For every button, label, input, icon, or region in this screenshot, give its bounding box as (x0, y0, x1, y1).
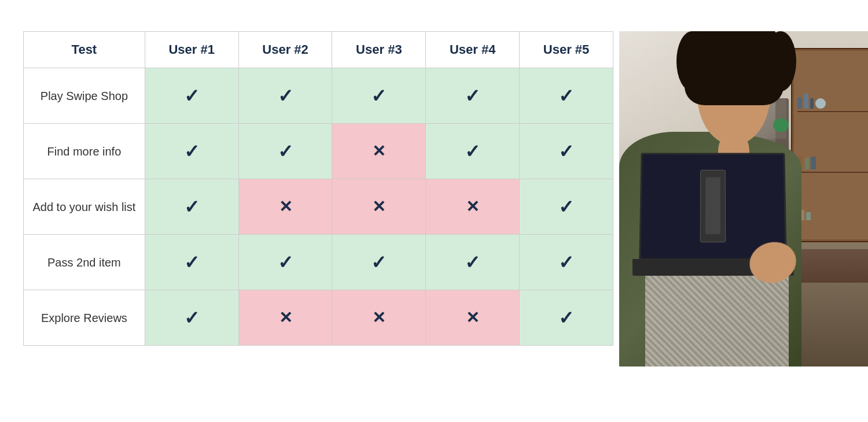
pass-cell: ✓ (520, 179, 613, 235)
check-icon: ✓ (184, 252, 200, 273)
results-table: Test User #1 User #2 User #3 User #4 Use… (23, 31, 613, 346)
check-icon: ✓ (278, 141, 293, 162)
cross-icon: ✕ (279, 309, 292, 327)
check-icon: ✓ (184, 197, 200, 217)
check-icon: ✓ (278, 252, 293, 273)
table-row: Add to your wish list✓✕✕✕✓ (24, 179, 613, 235)
cross-icon: ✕ (466, 309, 479, 327)
check-icon: ✓ (558, 308, 574, 328)
check-icon: ✓ (278, 86, 293, 106)
test-name-cell: Explore Reviews (24, 290, 145, 346)
table-row: Pass 2nd item✓✓✓✓✓ (24, 235, 613, 290)
cross-icon: ✕ (466, 198, 479, 216)
fail-cell: ✕ (332, 179, 426, 235)
check-icon: ✓ (558, 141, 574, 162)
pass-cell: ✓ (145, 290, 238, 346)
check-icon: ✓ (371, 86, 387, 106)
header-test: Test (24, 32, 145, 68)
pass-cell: ✓ (238, 235, 332, 290)
header-user2: User #2 (238, 32, 332, 68)
check-icon: ✓ (465, 86, 480, 106)
header-user1: User #1 (145, 32, 238, 68)
check-icon: ✓ (465, 252, 480, 273)
check-icon: ✓ (558, 252, 574, 273)
test-name-cell: Play Swipe Shop (24, 68, 145, 124)
pass-cell: ✓ (426, 68, 520, 124)
check-icon: ✓ (558, 86, 574, 106)
pass-cell: ✓ (238, 68, 332, 124)
header-user5: User #5 (520, 32, 613, 68)
cross-icon: ✕ (372, 309, 385, 327)
fail-cell: ✕ (426, 179, 520, 235)
header-user3: User #3 (332, 32, 426, 68)
test-name-cell: Find more info (24, 124, 145, 179)
check-icon: ✓ (184, 86, 200, 106)
pass-cell: ✓ (332, 235, 426, 290)
pass-cell: ✓ (145, 179, 238, 235)
photo-container (619, 31, 868, 367)
cross-icon: ✕ (279, 198, 292, 216)
fail-cell: ✕ (332, 124, 426, 179)
user-photo (619, 31, 868, 367)
check-icon: ✓ (184, 141, 200, 162)
pass-cell: ✓ (520, 124, 613, 179)
table-row: Play Swipe Shop✓✓✓✓✓ (24, 68, 613, 124)
check-icon: ✓ (465, 141, 480, 162)
pass-cell: ✓ (332, 68, 426, 124)
check-icon: ✓ (184, 308, 200, 328)
pass-cell: ✓ (238, 124, 332, 179)
check-icon: ✓ (558, 197, 574, 217)
pass-cell: ✓ (520, 290, 613, 346)
fail-cell: ✕ (332, 290, 426, 346)
pass-cell: ✓ (520, 68, 613, 124)
cross-icon: ✕ (372, 198, 385, 216)
pass-cell: ✓ (426, 124, 520, 179)
fail-cell: ✕ (426, 290, 520, 346)
fail-cell: ✕ (238, 290, 332, 346)
cross-icon: ✕ (372, 142, 385, 160)
check-icon: ✓ (371, 252, 387, 273)
pass-cell: ✓ (145, 124, 238, 179)
pass-cell: ✓ (520, 235, 613, 290)
fail-cell: ✕ (238, 179, 332, 235)
results-table-container: Test User #1 User #2 User #3 User #4 Use… (23, 31, 613, 346)
pass-cell: ✓ (426, 235, 520, 290)
table-row: Find more info✓✓✕✓✓ (24, 124, 613, 179)
table-row: Explore Reviews✓✕✕✕✓ (24, 290, 613, 346)
header-user4: User #4 (426, 32, 520, 68)
test-name-cell: Pass 2nd item (24, 235, 145, 290)
test-name-cell: Add to your wish list (24, 179, 145, 235)
pass-cell: ✓ (145, 68, 238, 124)
pass-cell: ✓ (145, 235, 238, 290)
content-area: Test User #1 User #2 User #3 User #4 Use… (23, 31, 845, 367)
